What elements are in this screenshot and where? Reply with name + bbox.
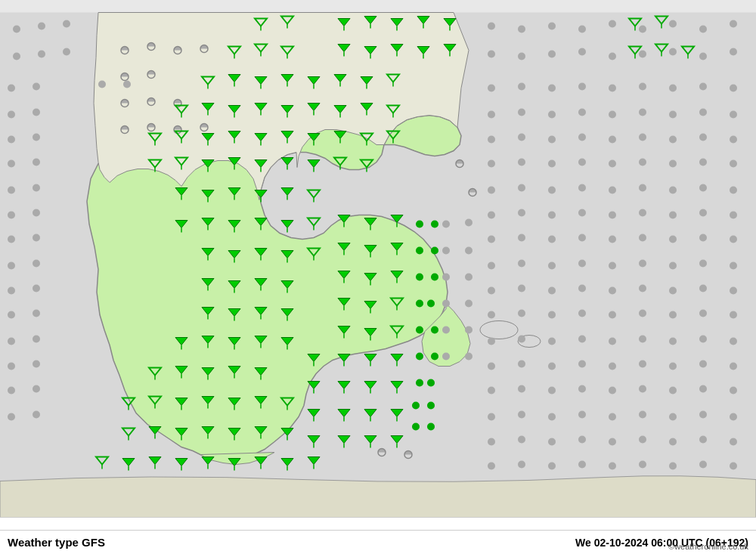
svg-point-23	[730, 20, 737, 28]
svg-point-29	[548, 51, 556, 58]
svg-point-22	[699, 26, 707, 33]
svg-point-145	[488, 311, 495, 319]
svg-point-98	[699, 159, 707, 166]
svg-point-455	[416, 247, 423, 255]
svg-point-533	[442, 221, 450, 228]
svg-point-203	[609, 463, 616, 470]
svg-point-69	[639, 83, 646, 91]
svg-point-464	[431, 353, 438, 361]
svg-point-52	[8, 287, 15, 295]
svg-point-187	[669, 413, 677, 421]
svg-point-184	[578, 411, 586, 419]
svg-point-544	[465, 353, 472, 361]
svg-point-462	[431, 327, 438, 334]
svg-point-63	[33, 411, 40, 419]
svg-point-127	[488, 262, 495, 270]
svg-point-147	[548, 311, 556, 319]
svg-point-460	[416, 300, 423, 308]
svg-point-64	[488, 85, 495, 92]
svg-point-46	[8, 212, 15, 219]
svg-point-181	[488, 413, 495, 421]
svg-point-120	[548, 236, 556, 243]
svg-point-18	[578, 26, 586, 33]
svg-point-101	[518, 184, 525, 192]
svg-point-185	[609, 413, 616, 421]
svg-point-47	[33, 209, 40, 217]
svg-point-148	[578, 310, 586, 317]
chart-title: Weather type GFS	[8, 536, 105, 549]
svg-point-24	[13, 53, 20, 60]
svg-point-107	[699, 184, 707, 192]
svg-point-31	[609, 53, 616, 60]
svg-point-542	[465, 327, 472, 334]
svg-point-196	[669, 438, 677, 446]
svg-point-17	[548, 23, 556, 30]
svg-point-161	[699, 336, 707, 343]
svg-point-14	[63, 20, 70, 28]
svg-point-158	[609, 338, 616, 345]
svg-point-174	[548, 387, 556, 395]
svg-point-136	[488, 287, 495, 295]
svg-point-15	[488, 23, 495, 30]
svg-point-99	[730, 160, 737, 168]
svg-point-111	[548, 212, 556, 219]
svg-point-159	[639, 336, 646, 343]
svg-point-28	[518, 53, 525, 60]
svg-point-44	[8, 187, 15, 194]
svg-point-129	[548, 262, 556, 270]
svg-point-100	[488, 187, 495, 194]
svg-point-1	[480, 321, 518, 339]
svg-point-454	[431, 221, 438, 228]
svg-point-57	[33, 336, 40, 343]
svg-point-40	[8, 136, 15, 144]
svg-point-21	[669, 20, 677, 28]
svg-point-546	[123, 81, 131, 88]
svg-point-206	[699, 461, 707, 469]
svg-point-56	[8, 338, 15, 345]
svg-point-175	[578, 385, 586, 393]
svg-point-59	[33, 361, 40, 368]
svg-point-188	[699, 411, 707, 419]
svg-point-75	[548, 111, 556, 119]
svg-point-117	[730, 212, 737, 219]
svg-point-30	[578, 48, 586, 56]
svg-point-172	[488, 387, 495, 395]
svg-point-37	[33, 83, 40, 91]
svg-point-204	[639, 461, 646, 469]
svg-point-33	[669, 48, 677, 56]
svg-point-194	[609, 438, 616, 446]
svg-point-97	[669, 160, 677, 168]
svg-point-65	[518, 83, 525, 91]
svg-point-166	[578, 361, 586, 368]
svg-point-201	[548, 463, 556, 470]
svg-point-183	[548, 413, 556, 421]
svg-point-180	[730, 387, 737, 395]
svg-point-190	[488, 438, 495, 446]
svg-point-139	[578, 285, 586, 292]
svg-point-118	[488, 236, 495, 243]
svg-point-90	[730, 136, 737, 144]
svg-point-150	[639, 310, 646, 317]
svg-point-541	[442, 327, 450, 334]
svg-point-152	[699, 310, 707, 317]
svg-point-468	[427, 402, 435, 410]
map-container: Weather type GFS We 02-10-2024 06:00 UTC…	[0, 0, 756, 554]
svg-point-48	[8, 236, 15, 243]
svg-point-88	[669, 136, 677, 144]
svg-point-25	[38, 51, 45, 58]
svg-point-453	[416, 221, 423, 228]
svg-point-106	[669, 187, 677, 194]
svg-point-86	[609, 136, 616, 144]
svg-point-160	[669, 338, 677, 345]
svg-point-465	[427, 379, 435, 387]
svg-point-467	[412, 402, 420, 410]
svg-point-173	[518, 385, 525, 393]
svg-point-200	[518, 461, 525, 469]
svg-point-176	[609, 387, 616, 395]
svg-point-113	[609, 212, 616, 219]
svg-point-536	[465, 247, 472, 255]
svg-point-186	[639, 411, 646, 419]
svg-point-39	[33, 109, 40, 116]
svg-point-151	[669, 311, 677, 319]
svg-point-545	[98, 81, 106, 88]
